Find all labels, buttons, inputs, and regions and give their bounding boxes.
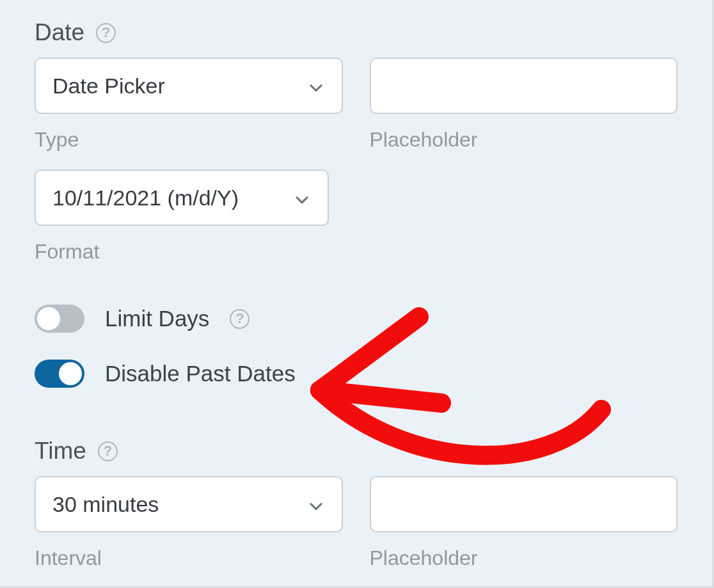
limit-days-label: Limit Days [105,306,209,331]
disable-past-dates-toggle[interactable] [35,360,84,388]
help-icon[interactable] [230,309,250,329]
disable-past-dates-row: Disable Past Dates [35,360,678,388]
help-icon[interactable] [96,23,116,43]
time-heading: Time [35,438,86,465]
time-placeholder-col: Placeholder [370,476,678,588]
date-format-select[interactable]: 10/11/2021 (m/d/Y) [35,170,329,226]
date-format-label: Format [35,240,343,264]
limit-days-row: Limit Days [35,305,678,333]
time-interval-label: Interval [35,546,343,570]
date-placeholder-label: Placeholder [370,128,678,152]
chevron-down-icon [307,77,325,95]
date-format-value: 10/11/2021 (m/d/Y) [52,186,239,211]
time-row-1: 30 minutes Interval Placeholder [35,476,678,588]
time-placeholder-label: Placeholder [370,546,678,570]
chevron-down-icon [307,495,325,513]
help-icon[interactable] [98,441,118,461]
chevron-down-icon [293,189,311,207]
time-heading-row: Time [35,438,678,465]
settings-panel: Date Date Picker Type Placeholder 10/11/… [0,0,714,588]
time-interval-value: 30 minutes [52,492,159,517]
date-heading: Date [35,19,84,46]
date-row-2: 10/11/2021 (m/d/Y) Format [35,170,678,282]
time-placeholder-input[interactable] [370,476,678,532]
disable-past-dates-label: Disable Past Dates [105,361,296,386]
time-interval-col: 30 minutes Interval [35,476,343,588]
date-heading-row: Date [35,19,678,46]
time-interval-select[interactable]: 30 minutes [35,476,343,532]
date-format-col: 10/11/2021 (m/d/Y) Format [35,170,343,282]
date-row-1: Date Picker Type Placeholder [35,58,678,170]
date-type-select[interactable]: Date Picker [35,58,343,114]
limit-days-toggle[interactable] [35,305,84,333]
date-placeholder-input[interactable] [370,58,678,114]
date-placeholder-col: Placeholder [370,58,678,170]
date-type-label: Type [35,128,343,152]
date-type-value: Date Picker [52,74,165,99]
date-type-col: Date Picker Type [35,58,343,170]
